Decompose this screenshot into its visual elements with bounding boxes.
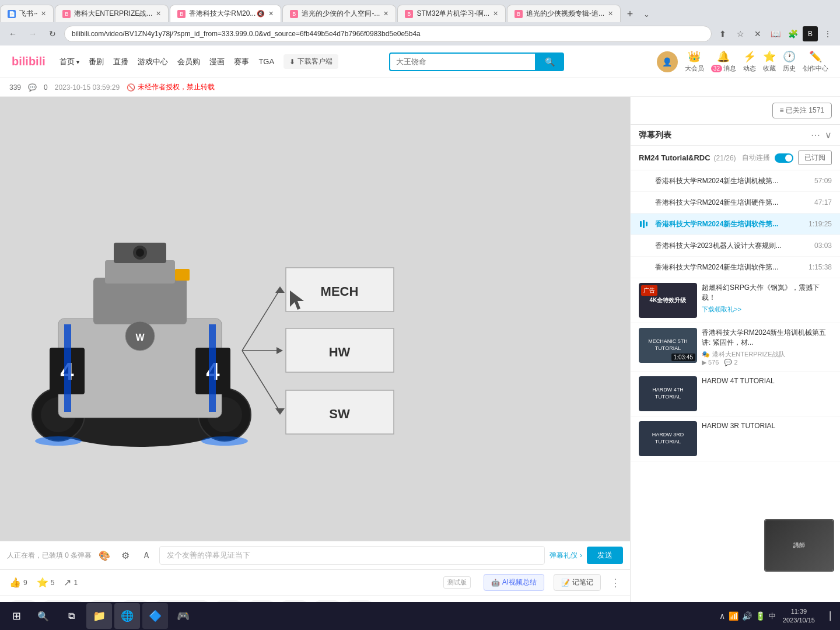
chrome-icon: 🌐 <box>121 610 134 622</box>
tab-6-close[interactable]: ✕ <box>608 10 613 18</box>
tab-3-close[interactable]: ✕ <box>268 10 274 18</box>
user-avatar[interactable]: 👤 <box>657 51 678 72</box>
auto-play-toggle[interactable] <box>775 153 793 163</box>
share-button[interactable]: ↗ 1 <box>64 577 78 588</box>
download-client-button[interactable]: ⬇ 下载客户端 <box>284 54 338 69</box>
send-danmaku-button[interactable]: 发送 <box>587 547 623 564</box>
settings-button[interactable]: ⋮ <box>820 26 835 41</box>
tab-2[interactable]: B 港科大ENTERPRIZE战... ✕ <box>55 5 169 22</box>
nav-item-manga[interactable]: 漫画 <box>209 57 225 67</box>
reload-button[interactable]: ↻ <box>44 26 61 42</box>
taskbar-app2[interactable]: 🎮 <box>170 603 196 629</box>
card-1-views: ▶ 576 💬 2 <box>702 359 832 366</box>
ad-card-cta[interactable]: 下载领取礼>> <box>702 305 832 314</box>
tray-battery-icon[interactable]: 🔋 <box>755 611 765 621</box>
playlist-title-0: 香港科技大学RM2024新生培训机械第... <box>655 176 810 186</box>
tab-2-close[interactable]: ✕ <box>156 10 161 18</box>
close-button[interactable]: ✕ <box>750 26 765 41</box>
nav-item-game[interactable]: 游戏中心 <box>138 57 168 67</box>
mini-video-overlay[interactable]: 講師 <box>764 519 834 572</box>
bilibili-logo[interactable]: bilibili <box>12 55 46 68</box>
search-button[interactable]: 🔍 <box>535 52 564 71</box>
collect-button[interactable]: ⭐ 5 <box>37 577 55 588</box>
tab-5[interactable]: B STM32单片机学习-啊... ✕ <box>397 5 506 22</box>
taskbar-taskview[interactable]: ⧉ <box>58 603 84 629</box>
new-tab-button[interactable]: + <box>622 6 638 22</box>
video-card-1[interactable]: MECHANIC 5TH TUTORIAL 1:03:45 香港科技大学RM20… <box>631 323 840 372</box>
tab-1[interactable]: 📄 飞书·- ✕ <box>0 5 54 22</box>
ai-summary-button[interactable]: 🤖 AI视频总结 <box>484 574 544 591</box>
start-button[interactable]: ⊞ <box>5 604 28 628</box>
nav-vip[interactable]: 👑 大会员 <box>685 50 704 73</box>
ad-card[interactable]: 广告 4K全特效升级 超燃科幻SRPG大作《钢岚》，震撼下载！ 下载领取礼>> <box>631 278 840 323</box>
reader-button[interactable]: 📖 <box>768 26 783 41</box>
nav-dynamic[interactable]: ⚡ 动态 <box>743 50 756 73</box>
windows-icon: ⊞ <box>12 610 21 622</box>
taskbar-explorer[interactable]: 📁 <box>86 603 112 629</box>
tray-network-icon[interactable]: 📶 <box>729 611 738 621</box>
playlist-item-3[interactable]: 香港科技大学2023机器人设计大赛规则... 03:03 <box>631 235 840 257</box>
bookmark-button[interactable]: ☆ <box>733 26 748 41</box>
tray-up-arrow[interactable]: ∧ <box>719 611 725 621</box>
danmaku-text-button[interactable]: Ａ <box>138 547 155 564</box>
card-1-up-icon: 🎭 <box>702 351 710 358</box>
search-input[interactable] <box>389 52 535 71</box>
tab-overflow-button[interactable]: ⌄ <box>640 6 652 22</box>
nav-collect[interactable]: ⭐ 收藏 <box>763 50 776 73</box>
nav-item-live[interactable]: 直播 <box>113 57 128 67</box>
nav-message[interactable]: 🔔 32 消息 <box>711 50 736 73</box>
playlist-item-2[interactable]: 香港科技大学RM2024新生培训软件第... 1:19:25 <box>631 214 840 235</box>
playlist-item-4[interactable]: 香港科技大学RM2024新生培训软件第... 1:15:38 <box>631 257 840 278</box>
danmaku-input[interactable]: 发个友善的弹幕见证当下 <box>159 546 545 565</box>
video-card-3[interactable]: HARDW 3RD TUTORIAL HARDW 3R TUTORIAL <box>631 416 840 461</box>
nav-item-fanju[interactable]: 番剧 <box>89 57 104 67</box>
danmu-list-expand-button[interactable]: ∨ <box>825 130 832 141</box>
danmaku-color-button[interactable]: 🎨 <box>96 547 113 564</box>
tab-1-close[interactable]: ✕ <box>41 10 46 18</box>
url-bar[interactable]: bilibili.com/video/BV1ZN4y1y78j/?spm_id_… <box>64 26 712 42</box>
forward-button[interactable]: → <box>24 26 41 42</box>
nav-item-tga[interactable]: TGA <box>258 57 274 66</box>
danmaku-settings-button[interactable]: ⚙ <box>117 547 134 564</box>
tab-3[interactable]: B 香港科技大学RM20... 🔇 ✕ <box>170 5 281 22</box>
system-clock[interactable]: 11:39 2023/10/15 <box>778 607 820 625</box>
tray-volume-icon[interactable]: 🔊 <box>742 611 752 621</box>
tray-ime-icon[interactable]: 中 <box>769 611 776 621</box>
taskbar-app1[interactable]: 🔷 <box>142 603 168 629</box>
share-page-button[interactable]: ⬆ <box>715 26 730 41</box>
tab-4-favicon: B <box>290 10 298 18</box>
tab-4-close[interactable]: ✕ <box>383 10 388 18</box>
nav-item-home[interactable]: 首页 ▾ <box>60 57 80 67</box>
subscribe-playlist-button[interactable]: 已订阅 <box>798 150 832 165</box>
mini-video-label: 講師 <box>793 541 805 550</box>
tab-5-close[interactable]: ✕ <box>493 10 498 18</box>
more-options-button[interactable]: ⋮ <box>610 576 621 589</box>
like-icon: 👍 <box>9 577 21 588</box>
subscribed-button[interactable]: ≡ 已关注 1571 <box>772 103 832 118</box>
playlist-item-0[interactable]: 香港科技大学RM2024新生培训机械第... 57:09 <box>631 170 840 192</box>
card-3-title: HARDW 3R TUTORIAL <box>702 421 832 431</box>
video-player[interactable]: bilibili 4 <box>0 97 630 541</box>
extension-2[interactable]: B <box>803 26 818 41</box>
back-button[interactable]: ← <box>5 26 21 42</box>
nav-item-esports[interactable]: 赛事 <box>234 57 249 67</box>
note-button[interactable]: 📝 记笔记 <box>554 574 601 591</box>
like-button[interactable]: 👍 9 <box>9 577 27 588</box>
taskbar-search[interactable]: 🔍 <box>30 603 56 629</box>
tab-6[interactable]: B 追光的少侠视频专辑-追... ✕ <box>507 5 621 22</box>
danmu-list-menu-button[interactable]: ⋯ <box>811 130 820 141</box>
nav-history[interactable]: 🕐 历史 <box>783 50 796 73</box>
playlist-icon-1 <box>639 197 650 208</box>
danmaku-bar: 人正在看，已装填 0 条弹幕 🎨 ⚙ Ａ 发个友善的弹幕见证当下 弹幕礼仪 › … <box>0 541 630 570</box>
playlist-title-2: 香港科技大学RM2024新生培训软件第... <box>655 219 804 229</box>
nav-item-mall[interactable]: 会员购 <box>177 57 200 67</box>
tab-4[interactable]: B 追光的少侠的个人空间-... ✕ <box>282 5 396 22</box>
nav-create[interactable]: ✏️ 创作中心 <box>803 50 828 73</box>
gift-button[interactable]: 弹幕礼仪 › <box>550 551 582 561</box>
playlist-item-1[interactable]: 香港科技大学RM2024新生培训硬件第... 47:17 <box>631 192 840 214</box>
svg-text:HW: HW <box>329 345 351 359</box>
show-desktop-button[interactable]: ▕ <box>824 611 831 621</box>
extension-1[interactable]: 🧩 <box>785 26 800 41</box>
video-card-2[interactable]: HARDW 4TH TUTORIAL HARDW 4T TUTORIAL <box>631 372 840 416</box>
taskbar-chrome[interactable]: 🌐 <box>114 603 140 629</box>
